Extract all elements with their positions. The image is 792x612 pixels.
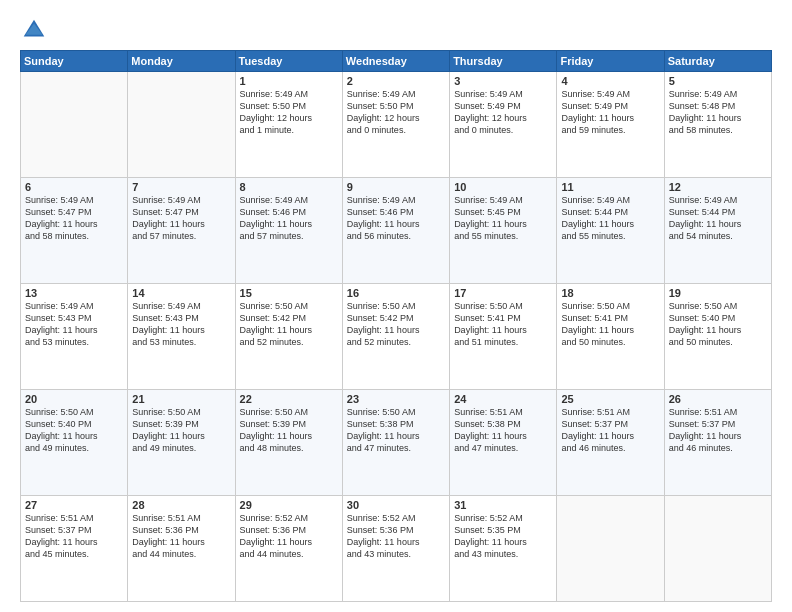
- calendar-header-row: SundayMondayTuesdayWednesdayThursdayFrid…: [21, 51, 772, 72]
- cell-content: Sunrise: 5:49 AMSunset: 5:46 PMDaylight:…: [240, 194, 338, 243]
- cell-content: Sunrise: 5:49 AMSunset: 5:47 PMDaylight:…: [132, 194, 230, 243]
- day-number: 19: [669, 287, 767, 299]
- calendar-cell: 8Sunrise: 5:49 AMSunset: 5:46 PMDaylight…: [235, 178, 342, 284]
- calendar-cell: 14Sunrise: 5:49 AMSunset: 5:43 PMDayligh…: [128, 284, 235, 390]
- cell-content: Sunrise: 5:52 AMSunset: 5:36 PMDaylight:…: [240, 512, 338, 561]
- day-number: 26: [669, 393, 767, 405]
- calendar-cell: 19Sunrise: 5:50 AMSunset: 5:40 PMDayligh…: [664, 284, 771, 390]
- cell-content: Sunrise: 5:52 AMSunset: 5:35 PMDaylight:…: [454, 512, 552, 561]
- calendar-day-header: Saturday: [664, 51, 771, 72]
- calendar-cell: 12Sunrise: 5:49 AMSunset: 5:44 PMDayligh…: [664, 178, 771, 284]
- calendar-day-header: Friday: [557, 51, 664, 72]
- day-number: 14: [132, 287, 230, 299]
- logo: [20, 16, 52, 44]
- day-number: 21: [132, 393, 230, 405]
- calendar-table: SundayMondayTuesdayWednesdayThursdayFrid…: [20, 50, 772, 602]
- day-number: 22: [240, 393, 338, 405]
- calendar-cell: 29Sunrise: 5:52 AMSunset: 5:36 PMDayligh…: [235, 496, 342, 602]
- calendar-week-row: 27Sunrise: 5:51 AMSunset: 5:37 PMDayligh…: [21, 496, 772, 602]
- calendar-cell: [664, 496, 771, 602]
- cell-content: Sunrise: 5:51 AMSunset: 5:37 PMDaylight:…: [669, 406, 767, 455]
- calendar-cell: 1Sunrise: 5:49 AMSunset: 5:50 PMDaylight…: [235, 72, 342, 178]
- cell-content: Sunrise: 5:49 AMSunset: 5:46 PMDaylight:…: [347, 194, 445, 243]
- calendar-cell: 20Sunrise: 5:50 AMSunset: 5:40 PMDayligh…: [21, 390, 128, 496]
- calendar-cell: 26Sunrise: 5:51 AMSunset: 5:37 PMDayligh…: [664, 390, 771, 496]
- day-number: 17: [454, 287, 552, 299]
- cell-content: Sunrise: 5:50 AMSunset: 5:39 PMDaylight:…: [132, 406, 230, 455]
- header: [20, 16, 772, 44]
- cell-content: Sunrise: 5:50 AMSunset: 5:41 PMDaylight:…: [561, 300, 659, 349]
- cell-content: Sunrise: 5:49 AMSunset: 5:43 PMDaylight:…: [25, 300, 123, 349]
- calendar-cell: 7Sunrise: 5:49 AMSunset: 5:47 PMDaylight…: [128, 178, 235, 284]
- calendar-cell: 24Sunrise: 5:51 AMSunset: 5:38 PMDayligh…: [450, 390, 557, 496]
- cell-content: Sunrise: 5:52 AMSunset: 5:36 PMDaylight:…: [347, 512, 445, 561]
- cell-content: Sunrise: 5:49 AMSunset: 5:50 PMDaylight:…: [240, 88, 338, 137]
- day-number: 16: [347, 287, 445, 299]
- calendar-cell: [21, 72, 128, 178]
- day-number: 24: [454, 393, 552, 405]
- calendar-cell: 5Sunrise: 5:49 AMSunset: 5:48 PMDaylight…: [664, 72, 771, 178]
- cell-content: Sunrise: 5:49 AMSunset: 5:47 PMDaylight:…: [25, 194, 123, 243]
- day-number: 25: [561, 393, 659, 405]
- day-number: 1: [240, 75, 338, 87]
- calendar-cell: [557, 496, 664, 602]
- calendar-cell: 2Sunrise: 5:49 AMSunset: 5:50 PMDaylight…: [342, 72, 449, 178]
- calendar-day-header: Sunday: [21, 51, 128, 72]
- cell-content: Sunrise: 5:49 AMSunset: 5:44 PMDaylight:…: [669, 194, 767, 243]
- calendar-cell: 21Sunrise: 5:50 AMSunset: 5:39 PMDayligh…: [128, 390, 235, 496]
- calendar-cell: 10Sunrise: 5:49 AMSunset: 5:45 PMDayligh…: [450, 178, 557, 284]
- cell-content: Sunrise: 5:49 AMSunset: 5:48 PMDaylight:…: [669, 88, 767, 137]
- cell-content: Sunrise: 5:50 AMSunset: 5:38 PMDaylight:…: [347, 406, 445, 455]
- cell-content: Sunrise: 5:49 AMSunset: 5:50 PMDaylight:…: [347, 88, 445, 137]
- calendar-cell: 3Sunrise: 5:49 AMSunset: 5:49 PMDaylight…: [450, 72, 557, 178]
- calendar-day-header: Wednesday: [342, 51, 449, 72]
- day-number: 18: [561, 287, 659, 299]
- calendar-day-header: Thursday: [450, 51, 557, 72]
- svg-marker-1: [26, 23, 43, 34]
- calendar-cell: 18Sunrise: 5:50 AMSunset: 5:41 PMDayligh…: [557, 284, 664, 390]
- cell-content: Sunrise: 5:49 AMSunset: 5:49 PMDaylight:…: [454, 88, 552, 137]
- calendar-week-row: 20Sunrise: 5:50 AMSunset: 5:40 PMDayligh…: [21, 390, 772, 496]
- calendar-cell: [128, 72, 235, 178]
- cell-content: Sunrise: 5:50 AMSunset: 5:39 PMDaylight:…: [240, 406, 338, 455]
- day-number: 8: [240, 181, 338, 193]
- day-number: 7: [132, 181, 230, 193]
- calendar-cell: 13Sunrise: 5:49 AMSunset: 5:43 PMDayligh…: [21, 284, 128, 390]
- day-number: 11: [561, 181, 659, 193]
- day-number: 28: [132, 499, 230, 511]
- calendar-cell: 31Sunrise: 5:52 AMSunset: 5:35 PMDayligh…: [450, 496, 557, 602]
- cell-content: Sunrise: 5:50 AMSunset: 5:40 PMDaylight:…: [669, 300, 767, 349]
- logo-icon: [20, 16, 48, 44]
- calendar-cell: 6Sunrise: 5:49 AMSunset: 5:47 PMDaylight…: [21, 178, 128, 284]
- cell-content: Sunrise: 5:49 AMSunset: 5:43 PMDaylight:…: [132, 300, 230, 349]
- day-number: 3: [454, 75, 552, 87]
- calendar-cell: 17Sunrise: 5:50 AMSunset: 5:41 PMDayligh…: [450, 284, 557, 390]
- calendar-cell: 30Sunrise: 5:52 AMSunset: 5:36 PMDayligh…: [342, 496, 449, 602]
- day-number: 13: [25, 287, 123, 299]
- day-number: 9: [347, 181, 445, 193]
- cell-content: Sunrise: 5:51 AMSunset: 5:37 PMDaylight:…: [25, 512, 123, 561]
- calendar-cell: 25Sunrise: 5:51 AMSunset: 5:37 PMDayligh…: [557, 390, 664, 496]
- cell-content: Sunrise: 5:49 AMSunset: 5:45 PMDaylight:…: [454, 194, 552, 243]
- calendar-cell: 9Sunrise: 5:49 AMSunset: 5:46 PMDaylight…: [342, 178, 449, 284]
- calendar-cell: 15Sunrise: 5:50 AMSunset: 5:42 PMDayligh…: [235, 284, 342, 390]
- calendar-cell: 16Sunrise: 5:50 AMSunset: 5:42 PMDayligh…: [342, 284, 449, 390]
- calendar-week-row: 13Sunrise: 5:49 AMSunset: 5:43 PMDayligh…: [21, 284, 772, 390]
- calendar-cell: 11Sunrise: 5:49 AMSunset: 5:44 PMDayligh…: [557, 178, 664, 284]
- day-number: 5: [669, 75, 767, 87]
- cell-content: Sunrise: 5:49 AMSunset: 5:49 PMDaylight:…: [561, 88, 659, 137]
- day-number: 20: [25, 393, 123, 405]
- day-number: 12: [669, 181, 767, 193]
- cell-content: Sunrise: 5:51 AMSunset: 5:37 PMDaylight:…: [561, 406, 659, 455]
- calendar-week-row: 1Sunrise: 5:49 AMSunset: 5:50 PMDaylight…: [21, 72, 772, 178]
- calendar-cell: 28Sunrise: 5:51 AMSunset: 5:36 PMDayligh…: [128, 496, 235, 602]
- cell-content: Sunrise: 5:51 AMSunset: 5:38 PMDaylight:…: [454, 406, 552, 455]
- day-number: 10: [454, 181, 552, 193]
- cell-content: Sunrise: 5:49 AMSunset: 5:44 PMDaylight:…: [561, 194, 659, 243]
- day-number: 27: [25, 499, 123, 511]
- day-number: 23: [347, 393, 445, 405]
- calendar-cell: 23Sunrise: 5:50 AMSunset: 5:38 PMDayligh…: [342, 390, 449, 496]
- day-number: 6: [25, 181, 123, 193]
- day-number: 15: [240, 287, 338, 299]
- calendar-cell: 27Sunrise: 5:51 AMSunset: 5:37 PMDayligh…: [21, 496, 128, 602]
